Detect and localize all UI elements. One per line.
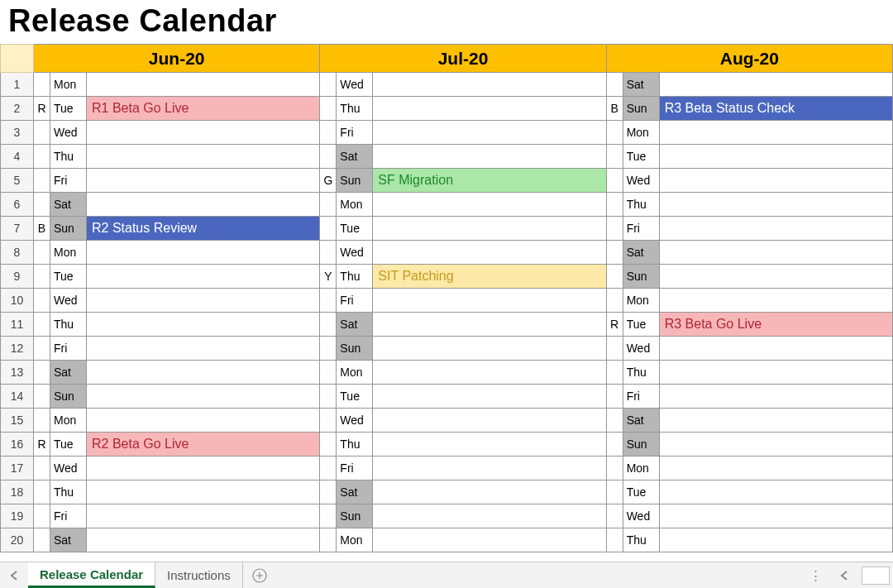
day-cell[interactable]: Mon xyxy=(50,73,87,97)
marker-cell[interactable] xyxy=(320,433,337,457)
day-cell[interactable]: Mon xyxy=(337,361,373,385)
marker-cell[interactable] xyxy=(606,480,623,504)
marker-cell[interactable] xyxy=(320,361,337,385)
row-number[interactable]: 19 xyxy=(1,504,34,528)
event-cell[interactable] xyxy=(373,193,606,217)
event-cell[interactable] xyxy=(87,480,320,504)
day-cell[interactable]: Sun xyxy=(337,504,373,528)
event-cell[interactable] xyxy=(659,385,892,409)
day-cell[interactable]: Mon xyxy=(623,121,659,145)
event-cell[interactable] xyxy=(659,528,892,552)
day-cell[interactable]: Mon xyxy=(50,409,87,433)
event-cell[interactable] xyxy=(373,217,606,241)
event-cell[interactable]: R2 Status Review xyxy=(87,217,320,241)
marker-cell[interactable] xyxy=(34,121,50,145)
event-cell[interactable] xyxy=(659,145,892,169)
marker-cell[interactable] xyxy=(34,457,50,480)
marker-cell[interactable] xyxy=(320,457,337,480)
marker-cell[interactable] xyxy=(320,385,337,409)
day-cell[interactable]: Fri xyxy=(50,504,87,528)
event-cell[interactable] xyxy=(659,265,892,289)
event-cell[interactable] xyxy=(659,217,892,241)
event-cell[interactable] xyxy=(373,385,606,409)
day-cell[interactable]: Thu xyxy=(337,265,373,289)
marker-cell[interactable] xyxy=(606,457,623,480)
marker-cell[interactable] xyxy=(320,193,337,217)
marker-cell[interactable] xyxy=(320,241,337,265)
event-cell[interactable] xyxy=(659,169,892,193)
event-cell[interactable] xyxy=(659,457,892,480)
day-cell[interactable]: Wed xyxy=(50,121,87,145)
event-cell[interactable] xyxy=(373,97,606,121)
marker-cell[interactable]: R xyxy=(34,97,50,121)
day-cell[interactable]: Thu xyxy=(337,97,373,121)
day-cell[interactable]: Thu xyxy=(50,145,87,169)
sheet-nav-prev[interactable] xyxy=(0,562,28,588)
day-cell[interactable]: Sun xyxy=(623,97,659,121)
day-cell[interactable]: Sat xyxy=(50,193,87,217)
marker-cell[interactable] xyxy=(34,361,50,385)
sheet-options-icon[interactable]: ⋮ xyxy=(803,568,830,583)
scroll-box[interactable] xyxy=(862,566,890,585)
row-number[interactable]: 12 xyxy=(1,337,34,361)
marker-cell[interactable] xyxy=(606,193,623,217)
day-cell[interactable]: Sat xyxy=(623,241,659,265)
day-cell[interactable]: Wed xyxy=(623,504,659,528)
marker-cell[interactable] xyxy=(34,289,50,313)
event-cell[interactable]: R3 Beta Status Check xyxy=(659,97,892,121)
day-cell[interactable]: Sat xyxy=(337,145,373,169)
marker-cell[interactable] xyxy=(606,241,623,265)
day-cell[interactable]: Wed xyxy=(337,241,373,265)
event-cell[interactable] xyxy=(87,265,320,289)
event-cell[interactable] xyxy=(373,145,606,169)
event-cell[interactable] xyxy=(87,409,320,433)
day-cell[interactable]: Wed xyxy=(337,73,373,97)
day-cell[interactable]: Sat xyxy=(50,361,87,385)
event-cell[interactable] xyxy=(373,241,606,265)
event-cell[interactable] xyxy=(659,504,892,528)
event-cell[interactable] xyxy=(373,528,606,552)
event-cell[interactable] xyxy=(659,433,892,457)
event-cell[interactable] xyxy=(87,337,320,361)
event-cell[interactable] xyxy=(87,193,320,217)
event-cell[interactable]: SF Migration xyxy=(373,169,606,193)
day-cell[interactable]: Tue xyxy=(50,265,87,289)
day-cell[interactable]: Sat xyxy=(337,480,373,504)
day-cell[interactable]: Fri xyxy=(337,121,373,145)
day-cell[interactable]: Tue xyxy=(50,433,87,457)
add-sheet-button[interactable] xyxy=(243,562,276,588)
day-cell[interactable]: Sat xyxy=(623,73,659,97)
day-cell[interactable]: Thu xyxy=(50,313,87,337)
marker-cell[interactable] xyxy=(34,313,50,337)
marker-cell[interactable] xyxy=(606,169,623,193)
day-cell[interactable]: Wed xyxy=(50,457,87,480)
marker-cell[interactable] xyxy=(320,73,337,97)
marker-cell[interactable] xyxy=(606,337,623,361)
marker-cell[interactable] xyxy=(320,121,337,145)
event-cell[interactable] xyxy=(659,73,892,97)
day-cell[interactable]: Mon xyxy=(623,289,659,313)
marker-cell[interactable]: B xyxy=(34,217,50,241)
sheet-tab-release-calendar[interactable]: Release Calendar xyxy=(28,562,155,588)
marker-cell[interactable] xyxy=(34,528,50,552)
marker-cell[interactable] xyxy=(320,409,337,433)
row-number[interactable]: 4 xyxy=(1,145,34,169)
marker-cell[interactable] xyxy=(34,73,50,97)
event-cell[interactable] xyxy=(87,361,320,385)
marker-cell[interactable] xyxy=(320,145,337,169)
event-cell[interactable]: R3 Beta Go Live xyxy=(659,313,892,337)
marker-cell[interactable] xyxy=(606,73,623,97)
marker-cell[interactable]: R xyxy=(606,313,623,337)
marker-cell[interactable] xyxy=(320,528,337,552)
event-cell[interactable] xyxy=(659,121,892,145)
marker-cell[interactable] xyxy=(320,217,337,241)
event-cell[interactable] xyxy=(373,457,606,480)
event-cell[interactable] xyxy=(659,337,892,361)
day-cell[interactable]: Thu xyxy=(50,480,87,504)
day-cell[interactable]: Mon xyxy=(50,241,87,265)
day-cell[interactable]: Sun xyxy=(337,337,373,361)
row-number[interactable]: 1 xyxy=(1,73,34,97)
row-number[interactable]: 16 xyxy=(1,433,34,457)
event-cell[interactable] xyxy=(659,289,892,313)
day-cell[interactable]: Tue xyxy=(337,385,373,409)
